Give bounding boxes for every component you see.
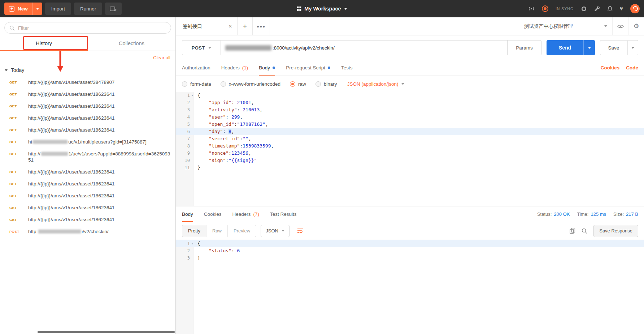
- tab-collections[interactable]: Collections: [88, 36, 175, 51]
- fold-caret-icon[interactable]: ▾: [191, 92, 193, 99]
- filter-input[interactable]: [18, 25, 166, 31]
- settings-wrench-icon[interactable]: [594, 6, 600, 12]
- tab-history[interactable]: History: [0, 36, 88, 51]
- environment-quicklook-button[interactable]: [612, 17, 628, 35]
- history-item[interactable]: GEThttp://{{ip}}/ams/v1/user/asset/18623…: [0, 202, 175, 214]
- cookies-link[interactable]: Cookies: [601, 65, 620, 70]
- url-input[interactable]: :8000/activity/api/v2/checkin/: [221, 40, 508, 55]
- history-item[interactable]: GEThttp://1/uc/v1/users?appId=888999&use…: [0, 148, 175, 166]
- history-group-today[interactable]: Today: [0, 64, 175, 76]
- view-mode-raw[interactable]: Raw: [206, 225, 228, 237]
- code-line: 2 "status": 6: [176, 247, 644, 254]
- radio-icon: [290, 81, 295, 87]
- method-label: GET: [9, 79, 24, 84]
- code-line: 6 "day": 8,: [176, 128, 644, 135]
- new-dropdown-button[interactable]: [32, 3, 42, 15]
- send-dropdown-button[interactable]: [583, 40, 595, 55]
- content-type-dropdown[interactable]: JSON (application/json): [347, 81, 405, 87]
- request-tab-tests[interactable]: Tests: [341, 60, 353, 76]
- history-item[interactable]: GEThttp://{{ip}}/ams/v1/user/asset/38478…: [0, 76, 175, 88]
- request-tab-authorization[interactable]: Authorization: [182, 60, 210, 76]
- size-label: Size:: [613, 211, 624, 217]
- wrap-lines-button[interactable]: [294, 225, 307, 237]
- chevron-down-icon: [36, 8, 39, 10]
- method-dropdown[interactable]: POST: [182, 40, 221, 55]
- close-icon[interactable]: ×: [229, 23, 232, 29]
- new-tab-button[interactable]: +: [238, 17, 253, 35]
- copy-response-button[interactable]: [570, 228, 575, 234]
- user-avatar[interactable]: [630, 4, 640, 13]
- response-format-dropdown[interactable]: JSON: [261, 225, 290, 237]
- search-response-button[interactable]: [582, 228, 587, 234]
- response-body-editor[interactable]: 1▾{2 "status": 63}: [176, 240, 644, 334]
- new-button[interactable]: + New: [4, 3, 42, 15]
- method-label: GET: [9, 127, 24, 132]
- save-response-button[interactable]: Save Response: [593, 225, 638, 237]
- time-label: Time:: [577, 211, 588, 217]
- params-button[interactable]: Params: [508, 40, 541, 55]
- body-type-x-www-form-urlencoded[interactable]: x-www-form-urlencoded: [221, 81, 280, 87]
- body-type-raw[interactable]: raw: [290, 81, 306, 87]
- clear-all-row: Clear all: [0, 51, 175, 64]
- environment-settings-button[interactable]: ⚙: [628, 17, 644, 35]
- response-tab-test-results[interactable]: Test Results: [270, 206, 297, 222]
- save-button[interactable]: Save: [600, 40, 627, 55]
- notifications-bell-icon[interactable]: [607, 6, 613, 12]
- body-type-form-data[interactable]: form-data: [182, 81, 211, 87]
- horizontal-scrollbar-thumb[interactable]: [38, 331, 175, 333]
- time-value: 125 ms: [591, 211, 606, 217]
- heart-icon[interactable]: ♥: [620, 6, 623, 12]
- runner-button[interactable]: Runner: [74, 3, 102, 15]
- history-item[interactable]: GEThttp://{{ip}}/ams/v1/user/asset/18623…: [0, 178, 175, 190]
- tab-label: Headers: [232, 211, 251, 217]
- history-item[interactable]: GEThttp://{{ip}}/ams/v1/user/asset/18623…: [0, 190, 175, 202]
- environment-selector[interactable]: 测试资产中心权限管理: [519, 17, 612, 35]
- request-tab-body[interactable]: Body: [259, 60, 275, 76]
- history-item[interactable]: GEThttp://{{ip}}/ams/v1/user/asset/18623…: [0, 124, 175, 136]
- save-dropdown-button[interactable]: [627, 40, 638, 55]
- import-button[interactable]: Import: [45, 3, 71, 15]
- sync-indicator-icon[interactable]: [542, 5, 548, 12]
- connectivity-icon[interactable]: [528, 6, 535, 12]
- response-tab-body[interactable]: Body: [182, 206, 193, 222]
- history-item[interactable]: GEThttp://{{ip}}/ams/v1/user/asset/18623…: [0, 100, 175, 112]
- request-body-editor[interactable]: 1▾{2 "app_id": 21001,3 "activity": 21001…: [176, 92, 644, 206]
- tab-label: Body: [182, 211, 193, 217]
- history-item[interactable]: GEThttp://{{ip}}/ams/v1/user/asset/18623…: [0, 214, 175, 226]
- request-tab-pre-request-script[interactable]: Pre-request Script: [286, 60, 330, 76]
- runner-label: Runner: [80, 6, 96, 12]
- code-link[interactable]: Code: [626, 65, 638, 70]
- radio-label: x-www-form-urlencoded: [229, 81, 280, 87]
- clear-all-link[interactable]: Clear all: [153, 55, 170, 60]
- radio-icon: [182, 81, 187, 87]
- history-item[interactable]: GEThtuc/v1/multipleusers?gid=[31475887]: [0, 136, 175, 148]
- history-item[interactable]: GEThttp://{{ip}}/ams/v1/user/asset/18623…: [0, 166, 175, 178]
- new-button-label: New: [18, 6, 28, 12]
- history-item[interactable]: POSThttp:i/v2/checkin/: [0, 226, 175, 237]
- body-type-binary[interactable]: binary: [316, 81, 337, 87]
- redacted-url-part: [225, 45, 271, 51]
- send-button[interactable]: Send: [547, 40, 583, 55]
- search-icon: [582, 228, 587, 234]
- view-mode-preview[interactable]: Preview: [228, 225, 256, 237]
- open-request-tab[interactable]: 签到接口 ×: [176, 17, 238, 35]
- interceptor-icon[interactable]: [581, 6, 587, 12]
- fold-caret-icon[interactable]: ▾: [191, 240, 193, 248]
- history-tab-label: History: [36, 40, 52, 46]
- history-item[interactable]: GEThttp://{{ip}}/ams/v1/user/asset/18623…: [0, 112, 175, 124]
- request-tabs-list: AuthorizationHeaders(1)BodyPre-request S…: [182, 60, 363, 76]
- radio-label: form-data: [190, 81, 211, 87]
- code-line: 9 "nonce":123456,: [176, 150, 644, 157]
- view-mode-pretty[interactable]: Pretty: [182, 225, 206, 237]
- open-new-window-button[interactable]: [105, 3, 122, 15]
- response-tab-cookies[interactable]: Cookies: [204, 206, 222, 222]
- body-type-options: form-datax-www-form-urlencodedrawbinary: [182, 81, 337, 87]
- request-tab-headers[interactable]: Headers(1): [221, 60, 248, 76]
- save-response-label: Save Response: [599, 228, 632, 234]
- more-tabs-button[interactable]: ●●●: [253, 17, 270, 35]
- history-item[interactable]: GEThttp://{{ip}}/ams/v1/user/asset/18623…: [0, 88, 175, 100]
- request-tab-bar: 签到接口 × + ●●● 测试资产中心权限管理 ⚙: [176, 17, 644, 35]
- workspace-selector[interactable]: My Workspace: [297, 0, 347, 17]
- tab-label: Pre-request Script: [286, 65, 325, 70]
- response-tab-headers[interactable]: Headers(7): [232, 206, 260, 222]
